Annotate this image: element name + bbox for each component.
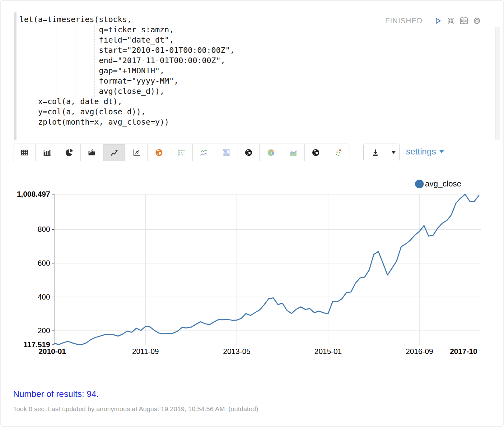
results-count-text: Number of results: 94. xyxy=(13,389,99,399)
legend-item-avg-close[interactable]: avg_close xyxy=(415,179,461,189)
legend-dot xyxy=(415,180,424,188)
svg-text:800: 800 xyxy=(38,225,50,233)
svg-text:2011-09: 2011-09 xyxy=(132,347,159,356)
paragraph-footer-status: Took 0 sec. Last updated by anonymous at… xyxy=(13,405,258,413)
svg-text:2013-05: 2013-05 xyxy=(223,347,250,356)
svg-text:600: 600 xyxy=(38,259,50,267)
svg-text:200: 200 xyxy=(38,326,50,335)
svg-text:2010-01: 2010-01 xyxy=(39,347,66,356)
line-chart: 117.5192004006008001,008.4972010-012011-… xyxy=(1,1,504,427)
svg-text:400: 400 xyxy=(38,293,50,301)
zeppelin-paragraph: let(a=timeseries(stocks, q=ticker_s:amzn… xyxy=(0,0,504,427)
svg-text:2015-01: 2015-01 xyxy=(315,347,342,356)
legend-label: avg_close xyxy=(425,179,461,189)
svg-text:2017-10: 2017-10 xyxy=(450,347,477,356)
svg-text:2016-09: 2016-09 xyxy=(406,347,433,356)
svg-text:1,008.497: 1,008.497 xyxy=(17,190,50,198)
